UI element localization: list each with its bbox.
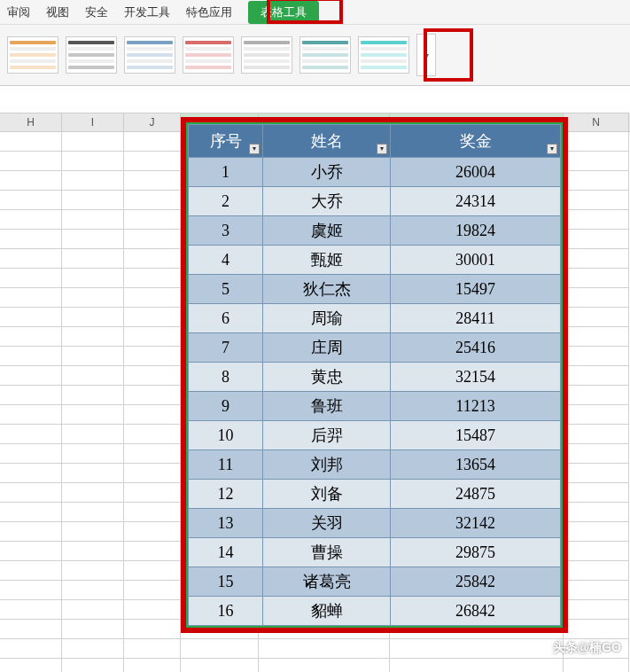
table-row[interactable]: 3虞姬19824	[189, 216, 561, 246]
table-style-thumb[interactable]	[241, 36, 292, 74]
col-header-n[interactable]: N	[564, 113, 629, 131]
cell-name[interactable]: 后羿	[263, 421, 391, 450]
menu-view[interactable]: 视图	[46, 4, 69, 20]
table-style-thumb[interactable]	[66, 36, 117, 74]
cell-n[interactable]: 12	[189, 480, 263, 509]
cell-name[interactable]: 甄姬	[263, 246, 391, 275]
cell-bonus[interactable]: 25416	[391, 333, 561, 363]
table-row[interactable]: 1小乔26004	[189, 158, 561, 187]
menu-bar: 审阅 视图 安全 开发工具 特色应用 表格工具	[0, 0, 630, 25]
cell-name[interactable]: 周瑜	[263, 304, 391, 333]
col-header-j[interactable]: J	[124, 113, 181, 131]
filter-icon[interactable]: ▾	[249, 144, 260, 154]
cell-name[interactable]: 诸葛亮	[263, 567, 391, 597]
cell-bonus[interactable]: 25842	[391, 567, 561, 597]
col-header-h[interactable]: H	[0, 113, 62, 131]
more-styles-button[interactable]: ▾	[416, 34, 436, 76]
table-row[interactable]: 13关羽32142	[189, 509, 561, 538]
cell-n[interactable]: 2	[189, 187, 263, 216]
table-row[interactable]: 5狄仁杰15497	[189, 275, 561, 304]
cell-bonus[interactable]: 15487	[391, 421, 561, 450]
cell-n[interactable]: 1	[189, 158, 263, 187]
cell-n[interactable]: 5	[189, 275, 263, 304]
cell-bonus[interactable]: 30001	[391, 246, 561, 275]
cell-n[interactable]: 15	[189, 567, 263, 597]
cell-n[interactable]: 14	[189, 538, 263, 567]
cell-bonus[interactable]: 19824	[391, 216, 561, 246]
cell-name[interactable]: 鲁班	[263, 392, 391, 421]
table-style-thumb[interactable]	[7, 36, 58, 74]
cell-bonus[interactable]: 32142	[391, 509, 561, 538]
th-bonus-label: 奖金	[460, 132, 492, 150]
cell-n[interactable]: 11	[189, 450, 263, 480]
cell-name[interactable]: 关羽	[263, 509, 391, 538]
cell-n[interactable]: 8	[189, 363, 263, 392]
menu-table-tools[interactable]: 表格工具	[248, 1, 319, 24]
sheet-area: H I J K L M N 序号▾ 姓名▾ 奖金▾ 1小乔260042大乔243	[0, 113, 630, 672]
cell-bonus[interactable]: 24314	[391, 187, 561, 216]
data-table: 序号▾ 姓名▾ 奖金▾ 1小乔260042大乔243143虞姬198244甄姬3…	[188, 124, 561, 626]
table-row[interactable]: 16貂蝉26842	[189, 597, 561, 626]
cell-bonus[interactable]: 11213	[391, 392, 561, 421]
filter-icon[interactable]: ▾	[547, 144, 557, 154]
cell-bonus[interactable]: 28411	[391, 304, 561, 333]
table-row[interactable]: 9鲁班11213	[189, 392, 561, 421]
menu-special[interactable]: 特色应用	[186, 4, 232, 20]
table-row[interactable]: 10后羿15487	[189, 421, 561, 450]
table-style-thumb[interactable]	[124, 36, 175, 74]
cell-n[interactable]: 13	[189, 509, 263, 538]
table-row[interactable]: 4甄姬30001	[189, 246, 561, 275]
cell-name[interactable]: 大乔	[263, 187, 391, 216]
cell-n[interactable]: 3	[189, 216, 263, 246]
table-style-thumb[interactable]	[299, 36, 351, 74]
th-index-label: 序号	[210, 132, 242, 150]
menu-review[interactable]: 审阅	[7, 4, 30, 20]
cell-bonus[interactable]: 24875	[391, 480, 561, 509]
th-name-label: 姓名	[311, 132, 343, 150]
cell-name[interactable]: 黄忠	[263, 363, 391, 392]
cell-name[interactable]: 狄仁杰	[263, 275, 391, 304]
menu-security[interactable]: 安全	[85, 4, 108, 20]
cell-n[interactable]: 4	[189, 246, 263, 275]
cell-name[interactable]: 小乔	[263, 158, 391, 187]
cell-n[interactable]: 10	[189, 421, 263, 450]
filter-icon[interactable]: ▾	[377, 144, 387, 154]
cell-bonus[interactable]: 26842	[391, 597, 561, 626]
table-row[interactable]: 2大乔24314	[189, 187, 561, 216]
table-row[interactable]: 14曹操29875	[189, 538, 561, 567]
cell-name[interactable]: 曹操	[263, 538, 391, 567]
th-name[interactable]: 姓名▾	[263, 125, 391, 158]
cell-name[interactable]: 貂蝉	[263, 597, 391, 626]
table-row[interactable]: 8黄忠32154	[189, 363, 561, 392]
cell-name[interactable]: 刘备	[263, 480, 391, 509]
style-toolbar: ▾	[0, 25, 630, 86]
table-row[interactable]: 6周瑜28411	[189, 304, 561, 333]
th-bonus[interactable]: 奖金▾	[391, 125, 561, 158]
cell-n[interactable]: 16	[189, 597, 263, 626]
cell-bonus[interactable]: 32154	[391, 363, 561, 392]
cell-name[interactable]: 庄周	[263, 333, 391, 363]
cell-name[interactable]: 虞姬	[263, 216, 391, 246]
cell-n[interactable]: 7	[189, 333, 263, 363]
cell-bonus[interactable]: 29875	[391, 538, 561, 567]
col-header-i[interactable]: I	[62, 113, 124, 131]
table-row[interactable]: 15诸葛亮25842	[189, 567, 561, 597]
th-index[interactable]: 序号▾	[189, 125, 263, 158]
cell-bonus[interactable]: 26004	[391, 158, 561, 187]
cell-n[interactable]: 9	[189, 392, 263, 421]
table-style-thumb[interactable]	[358, 36, 409, 74]
table-row[interactable]: 7庄周25416	[189, 333, 561, 363]
menu-devtools[interactable]: 开发工具	[124, 4, 170, 20]
table-row[interactable]: 12刘备24875	[189, 480, 561, 509]
cell-bonus[interactable]: 13654	[391, 450, 561, 480]
table-highlight-wrapper: 序号▾ 姓名▾ 奖金▾ 1小乔260042大乔243143虞姬198244甄姬3…	[181, 117, 568, 633]
cell-bonus[interactable]: 15497	[391, 275, 561, 304]
table-row[interactable]: 11刘邦13654	[189, 450, 561, 480]
table-style-thumb[interactable]	[183, 36, 234, 74]
cell-name[interactable]: 刘邦	[263, 450, 391, 480]
cell-n[interactable]: 6	[189, 304, 263, 333]
watermark: 头条@楠GO	[553, 640, 621, 656]
